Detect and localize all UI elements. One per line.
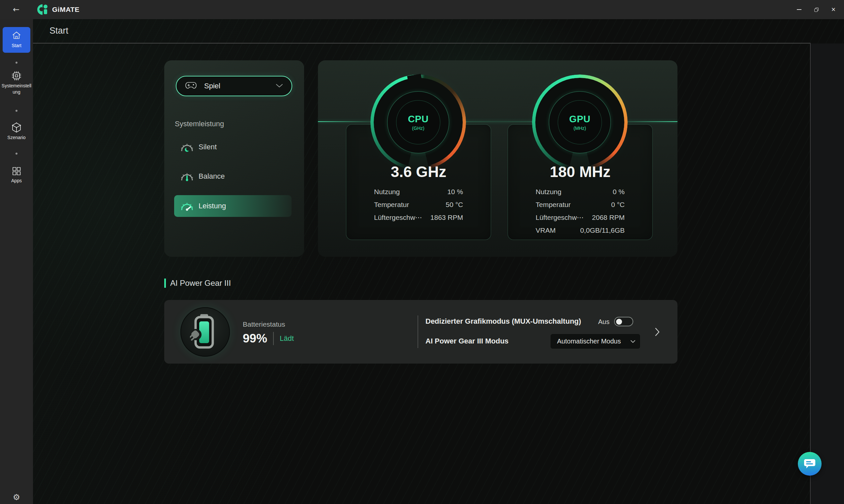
cube-icon xyxy=(11,129,22,134)
sidebar-separator-dot xyxy=(16,152,17,155)
section-heading: AI Power Gear III xyxy=(164,278,231,288)
gimate-window: ← GiMATE × Start xyxy=(0,0,844,504)
window-controls: × xyxy=(791,0,842,19)
minimize-icon xyxy=(797,9,802,10)
cpu-label: CPU xyxy=(408,114,429,125)
stat-row: VRAM 0,0GB/11,6GB xyxy=(535,224,625,237)
stat-label: Nutzung xyxy=(374,188,400,196)
sidebar-separator-dot xyxy=(16,110,17,112)
stat-row: Lüftergeschw⋯ 1863 RPM xyxy=(374,211,463,224)
mode-row-silent[interactable]: Silent xyxy=(174,136,292,158)
stat-value: 2068 RPM xyxy=(592,214,625,221)
chevron-down-icon xyxy=(276,83,283,89)
battery-status-label: Batteriestatus xyxy=(243,320,285,328)
power-gear-card: Batteriestatus 99% Lädt Dedizierter Graf… xyxy=(164,300,678,364)
mux-state-text: Aus xyxy=(577,318,610,326)
sidebar-item-start[interactable]: Start xyxy=(3,27,30,53)
profile-dropdown[interactable]: Spiel xyxy=(176,76,292,96)
stat-value: 50 °C xyxy=(445,201,463,209)
chip-icon xyxy=(11,77,22,83)
mode-row-leistung[interactable]: Leistung xyxy=(174,195,292,217)
stat-label: Nutzung xyxy=(535,188,561,196)
restore-button[interactable] xyxy=(808,0,825,19)
battery-percent: 99% xyxy=(243,331,267,345)
battery-charging-status: Lädt xyxy=(280,334,294,343)
mode-label: Leistung xyxy=(198,202,226,210)
gauge-center: CPU (GHz) xyxy=(396,100,440,144)
stat-value: 0 °C xyxy=(611,201,625,209)
gauge-center: GPU (MHz) xyxy=(558,100,602,144)
header-divider xyxy=(33,43,810,43)
sidebar-item-apps[interactable]: Apps xyxy=(0,166,33,184)
stat-value: 0 % xyxy=(613,188,625,196)
app-title: GiMATE xyxy=(52,5,80,14)
restore-icon xyxy=(814,7,819,12)
sidebar-item-label: Szenario xyxy=(0,134,33,141)
stat-row: Nutzung 0 % xyxy=(535,185,625,198)
toggle-knob xyxy=(616,319,622,325)
performance-card: 3.6 GHz Nutzung 10 % Temperatur 50 °C Lü… xyxy=(318,60,678,257)
sidebar-separator-dot xyxy=(16,61,17,64)
stat-row: Nutzung 10 % xyxy=(374,185,463,198)
sidebar-item-szenario[interactable]: Szenario xyxy=(0,122,33,141)
stat-row: Temperatur 0 °C xyxy=(535,198,625,211)
gpu-unit: (MHz) xyxy=(574,126,586,131)
dropdown-value: Automatischer Modus xyxy=(557,338,621,345)
stat-label: VRAM xyxy=(535,227,556,234)
stat-label: Lüftergeschw⋯ xyxy=(535,214,584,221)
performance-gauge-icon xyxy=(180,201,194,211)
power-gear-mode-dropdown[interactable]: Automatischer Modus xyxy=(550,334,640,349)
settings-gear-icon[interactable]: ⚙ xyxy=(0,492,33,502)
sidebar-item-systemeinstellung[interactable]: Systemeinstellung xyxy=(0,70,33,95)
profile-dropdown-value: Spiel xyxy=(204,82,220,90)
gimate-logo-icon xyxy=(37,4,50,16)
battery-divider xyxy=(273,332,274,345)
chevron-right-icon xyxy=(655,327,660,337)
sidebar-item-label: Systemeinstellung xyxy=(0,83,33,95)
sidebar-item-label: Start xyxy=(3,42,30,49)
expand-card-button[interactable] xyxy=(652,327,662,337)
stat-row: Temperatur 50 °C xyxy=(374,198,463,211)
stat-row: Lüftergeschw⋯ 2068 RPM xyxy=(535,211,625,224)
battery-value-row: 99% Lädt xyxy=(243,331,294,345)
battery-badge xyxy=(180,307,230,357)
mux-switch-label: Dedizierter Grafikmodus (MUX-Umschaltung… xyxy=(425,317,581,326)
sidebar-item-label: Apps xyxy=(0,178,33,184)
mode-label: Balance xyxy=(198,172,225,181)
minimize-button[interactable] xyxy=(791,0,808,19)
gpu-gauge: GPU (MHz) xyxy=(532,74,628,170)
titlebar: ← GiMATE × xyxy=(0,0,844,19)
cpu-unit: (GHz) xyxy=(412,126,424,131)
close-button[interactable]: × xyxy=(825,0,842,19)
page-title: Start xyxy=(50,26,68,36)
stat-value: 0,0GB/11,6GB xyxy=(580,227,625,234)
chat-bubble-icon xyxy=(804,458,816,469)
mode-row-balance[interactable]: Balance xyxy=(174,165,292,187)
heading-accent-bar xyxy=(164,278,166,288)
balance-gauge-icon xyxy=(180,171,194,182)
right-gutter xyxy=(811,43,844,504)
stat-label: Lüftergeschw⋯ xyxy=(374,214,422,221)
stat-value: 10 % xyxy=(447,188,463,196)
page-header: Start xyxy=(33,19,810,43)
main-content: Start Spiel Systemleistung xyxy=(33,19,844,504)
close-icon: × xyxy=(831,6,836,13)
chevron-down-icon xyxy=(630,339,636,344)
support-chat-button[interactable] xyxy=(798,452,822,476)
sidebar: Start Systemeinstellung xyxy=(0,19,33,504)
stat-value: 1863 RPM xyxy=(430,214,463,221)
mode-label: Silent xyxy=(198,143,217,151)
system-performance-label: Systemleistung xyxy=(175,120,224,128)
card-vertical-divider xyxy=(418,316,418,348)
power-gear-heading: AI Power Gear III xyxy=(170,278,231,288)
profile-card: Spiel Systemleistung Silent xyxy=(164,60,304,257)
mux-toggle[interactable] xyxy=(614,317,633,326)
home-icon xyxy=(12,35,21,40)
back-button[interactable]: ← xyxy=(11,5,22,15)
cpu-gauge: CPU (GHz) xyxy=(370,74,466,170)
silent-gauge-icon xyxy=(180,142,194,152)
gamepad-icon xyxy=(185,81,197,91)
power-gear-mode-label: AI Power Gear III Modus xyxy=(425,337,509,345)
gpu-label: GPU xyxy=(569,114,591,125)
stat-label: Temperatur xyxy=(535,201,570,209)
